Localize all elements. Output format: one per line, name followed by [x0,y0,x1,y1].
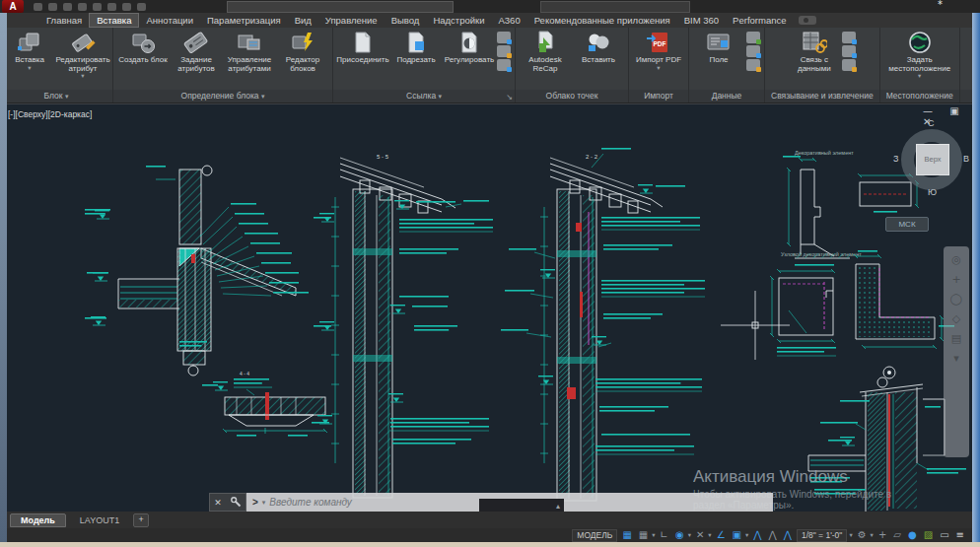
dialog-launcher-icon[interactable]: ↘ [506,91,513,103]
ribbon-button-поле[interactable]: Поле [693,30,744,65]
dropdown-arrow-icon[interactable]: ▾ [652,531,655,539]
dropdown-arrow-icon[interactable]: ▾ [688,531,691,539]
tab-model[interactable]: Модель [10,513,66,527]
annotation-visibility-icon[interactable]: ⋀ [751,529,763,541]
quick-access-icon[interactable] [137,3,146,11]
graphics-performance-icon[interactable]: ▨ [922,529,935,541]
tab-layout1[interactable]: LAYOUT1 [70,514,129,526]
polar-tracking-icon[interactable]: ◉ [673,529,686,541]
search-box[interactable] [540,1,690,13]
orbit-icon[interactable]: ◇ [952,313,960,324]
wcs-button[interactable]: МСК [885,217,929,232]
ribbon-tab-bim-360[interactable]: BIM 360 [677,14,726,27]
ribbon-button-подрезать[interactable]: Подрезать [390,30,442,65]
ortho-mode-icon[interactable]: ∟ [659,529,670,541]
object-snap-icon[interactable]: ▣ [731,529,743,541]
dropdown-arrow-icon[interactable]: ▾ [745,531,748,539]
ribbon-button-присоединить[interactable]: Присоединить [337,30,388,65]
model-space-toggle[interactable]: МОДЕЛЬ [572,529,617,542]
ribbon-button-редактировать-атрибут[interactable]: Редактировать атрибут▾ [57,30,108,79]
ribbon-panel-title[interactable]: Связывание и извлечение [765,90,879,103]
dropdown-arrow-icon[interactable]: ▾ [708,531,711,539]
ribbon-button-редактор-блоков[interactable]: Редактор блоков [277,30,328,73]
ribbon-tab-управление[interactable]: Управление [318,14,385,27]
ribbon-panel-title[interactable]: Блок ▾ [0,90,112,103]
navigation-bar[interactable]: ◎ + ◯ ◇ ▤ ▾ [944,246,969,457]
viewcube-north-label[interactable]: С [928,118,935,128]
quick-access-icon[interactable] [63,3,72,11]
ribbon-button-вставка[interactable]: Вставка▾ [4,30,55,71]
crosshair-plus-icon[interactable]: + [876,529,888,541]
viewcube-east-label[interactable]: В [963,154,969,164]
ribbon-button-задать-местоположение[interactable]: Задать местоположение▾ [894,30,945,79]
ribbon-tab-рекомендованные-приложения[interactable]: Рекомендованные приложения [527,14,677,27]
ribbon-tab-вид[interactable]: Вид [288,14,318,27]
zoom-icon[interactable]: ◯ [950,294,962,305]
object-snap-tracking-icon[interactable]: ∠ [715,529,728,541]
customization-menu-icon[interactable]: ≡ [954,529,966,541]
command-placeholder[interactable]: Введите команду [269,497,352,508]
quick-access-icon[interactable] [122,3,131,11]
workspace-gear-icon[interactable]: ⚙ [856,529,869,541]
ribbon-tab-надстройки[interactable]: Надстройки [426,14,491,27]
small-tool-icon[interactable] [746,45,760,57]
navbar-menu-icon[interactable]: ▾ [953,353,959,364]
viewcube-top-face[interactable]: Верх [916,144,949,175]
dropdown-arrow-icon[interactable]: ▾ [849,531,852,539]
dropdown-arrow-icon[interactable]: ▾ [28,65,31,71]
small-tool-icon[interactable] [842,32,856,43]
small-tool-icon[interactable] [746,59,760,71]
ribbon-panel-title[interactable]: Местоположение [880,90,959,103]
ribbon-button-задание-атрибутов[interactable]: Задание атрибутов [171,30,222,73]
small-tool-icon[interactable] [842,59,856,71]
dropdown-arrow-icon[interactable]: ▾ [918,73,921,79]
isodraft-icon[interactable]: ✕ [694,529,706,541]
ribbon-tab-performance[interactable]: Performance [726,14,793,27]
ribbon-button-связь-с-данными[interactable]: Связь с данными [789,30,840,73]
grid-display-icon[interactable]: ▦ [620,529,633,541]
viewcube-south-label[interactable]: Ю [928,187,937,197]
quick-access-icon[interactable] [93,3,102,11]
quick-access-icon[interactable] [107,3,116,11]
ribbon-tab-параметризация[interactable]: Параметризация [200,14,288,27]
small-tool-icon[interactable] [842,45,856,57]
small-tool-icon[interactable] [497,59,511,71]
annotation-scale-icon[interactable]: ⋀ [782,529,794,541]
snap-mode-icon[interactable]: ▦ [637,529,650,541]
ribbon-panel-title[interactable]: Данные [689,90,764,103]
isolate-objects-icon[interactable]: ▱ [891,529,903,541]
command-line-grip[interactable]: ✕ [209,493,246,512]
showmotion-icon[interactable]: ▤ [951,333,961,344]
command-close-icon[interactable]: ✕ [214,498,222,508]
small-tool-icon[interactable] [497,32,511,43]
command-wrench-icon[interactable] [231,497,242,508]
autocad-logo-icon[interactable]: A [2,0,24,13]
ribbon-panel-title[interactable]: Определение блока ▾ [113,90,332,103]
ribbon-button-создать-блок[interactable]: Создать блок [117,30,169,65]
ribbon-panel-title[interactable]: Ссылка ▾↘ [333,90,515,103]
viewport-controls-label[interactable]: [-][Сверху][2D-каркас] [8,109,92,119]
ribbon-button-вставить[interactable]: Вставить [573,30,624,65]
small-tool-icon[interactable] [746,32,760,43]
ribbon-tab-вывод[interactable]: Вывод [385,14,427,27]
ribbon-button-управление-атрибутами[interactable]: Управление атрибутами [224,30,275,73]
viewcube[interactable]: С В Ю З Верх [892,120,971,199]
ribbon-tab-главная[interactable]: Главная [39,14,89,27]
command-dropdown-icon[interactable]: ▾ [262,499,266,507]
dropdown-arrow-icon[interactable]: ▾ [871,531,874,539]
full-navigation-wheel-icon[interactable]: ◎ [951,254,961,265]
quick-access-icon[interactable] [34,3,42,11]
small-tool-icon[interactable] [497,45,511,57]
ribbon-button-autodesk-recap[interactable]: Autodesk ReCap [520,30,571,73]
quick-access-icon[interactable] [48,3,57,11]
ribbon-tab-a360[interactable]: A360 [492,14,527,27]
ribbon-tab-аннотации[interactable]: Аннотации [139,14,200,27]
autoscale-icon[interactable]: ⋀ [767,529,779,541]
ribbon-panel-title[interactable]: Облако точек [516,90,628,103]
capture-icon[interactable] [799,16,816,25]
pan-icon[interactable]: + [951,274,960,285]
scale-value[interactable]: 1/8" = 1'-0" [797,529,847,542]
ribbon-button-регулировать[interactable]: Регулировать [444,30,495,65]
hardware-acceleration-icon[interactable]: ● [906,529,919,541]
ribbon-button-импорт-pdf[interactable]: PDFИмпорт PDF▾ [633,30,684,71]
